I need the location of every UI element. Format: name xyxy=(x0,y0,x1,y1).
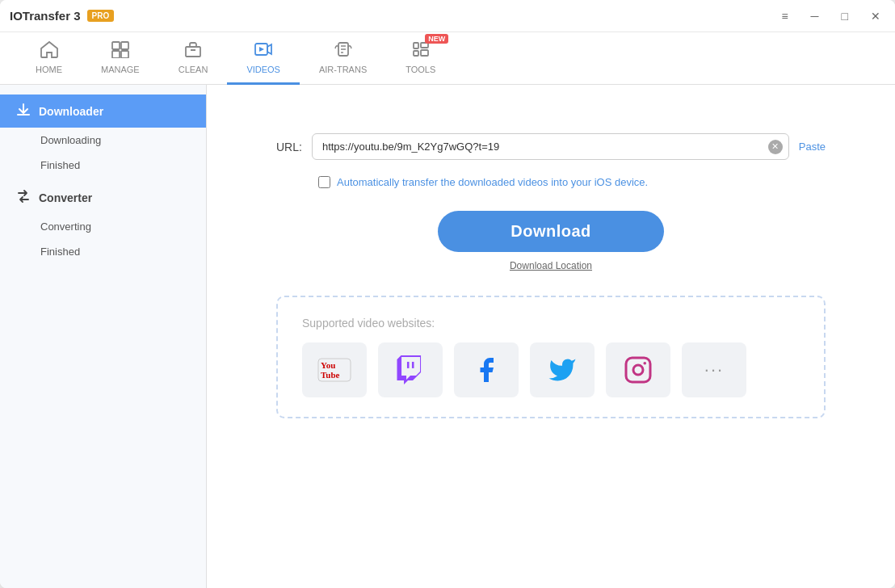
sidebar-item-converting-finished[interactable]: Finished xyxy=(0,239,206,264)
paste-button[interactable]: Paste xyxy=(799,141,826,153)
nav-item-videos[interactable]: VIDEOS xyxy=(227,32,300,85)
svg-marker-7 xyxy=(259,47,264,52)
nav-item-clean[interactable]: CLEAN xyxy=(159,32,228,85)
home-icon xyxy=(40,40,59,61)
url-input-wrap: ✕ xyxy=(312,133,789,160)
maximize-button[interactable]: □ xyxy=(837,8,853,24)
main-content: Downloader Downloading Finished xyxy=(0,85,895,588)
site-icon-youtube[interactable]: You Tube xyxy=(302,342,367,397)
nav-item-manage[interactable]: MANAGE xyxy=(82,32,159,85)
sidebar-item-converter[interactable]: Converter xyxy=(0,181,206,214)
url-label: URL: xyxy=(276,141,302,153)
nav-label-videos: VIDEOS xyxy=(246,65,280,74)
svg-rect-19 xyxy=(626,358,650,382)
content-area: URL: ✕ Paste Automatically transfer the … xyxy=(207,85,895,588)
pro-badge: PRO xyxy=(87,10,115,22)
svg-rect-10 xyxy=(414,51,418,56)
svg-rect-3 xyxy=(121,51,128,58)
minimize-button[interactable]: ─ xyxy=(806,8,824,24)
svg-point-20 xyxy=(633,365,643,375)
window-controls: ≡ ─ □ ✕ xyxy=(776,8,885,24)
site-icons-container: You Tube xyxy=(302,342,800,397)
svg-rect-0 xyxy=(112,42,120,49)
close-button[interactable]: ✕ xyxy=(866,8,885,24)
svg-text:You: You xyxy=(321,360,335,370)
nav-item-tools[interactable]: TOOLS NEW xyxy=(386,32,455,85)
url-clear-button[interactable]: ✕ xyxy=(768,140,783,154)
nav-label-tools: TOOLS xyxy=(405,65,435,74)
air-trans-icon xyxy=(334,40,353,61)
svg-rect-2 xyxy=(112,51,120,58)
sidebar-section-converter: Converter Converting Finished xyxy=(0,181,206,264)
sidebar-item-converting[interactable]: Converting xyxy=(0,214,206,239)
nav-label-manage: MANAGE xyxy=(101,65,140,74)
supported-title: Supported video websites: xyxy=(302,317,800,330)
sidebar: Downloader Downloading Finished xyxy=(0,85,207,588)
svg-rect-4 xyxy=(186,47,200,57)
nav-bar: HOME MANAGE CLEAN xyxy=(0,32,895,85)
title-bar-left: IOTransfer 3 PRO xyxy=(10,9,114,23)
sidebar-item-downloader[interactable]: Downloader xyxy=(0,94,206,128)
svg-rect-17 xyxy=(407,362,410,368)
new-badge: NEW xyxy=(425,34,448,44)
sidebar-downloader-label: Downloader xyxy=(39,105,103,118)
sidebar-section-downloader: Downloader Downloading Finished xyxy=(0,94,206,178)
svg-point-21 xyxy=(643,362,646,365)
converter-icon xyxy=(16,189,31,206)
title-bar: IOTransfer 3 PRO ≡ ─ □ ✕ xyxy=(0,0,895,32)
site-icon-facebook[interactable] xyxy=(454,342,519,397)
download-location-link[interactable]: Download Location xyxy=(510,260,592,271)
svg-rect-9 xyxy=(414,43,418,48)
svg-rect-18 xyxy=(412,362,414,368)
url-input[interactable] xyxy=(312,133,789,160)
manage-icon xyxy=(111,40,130,61)
site-icon-twitter[interactable] xyxy=(530,342,595,397)
sidebar-item-downloading-finished[interactable]: Finished xyxy=(0,153,206,178)
nav-item-air-trans[interactable]: AIR-TRANS xyxy=(300,32,386,85)
sidebar-converter-label: Converter xyxy=(39,191,92,204)
sidebar-item-downloading[interactable]: Downloading xyxy=(0,128,206,153)
svg-rect-12 xyxy=(421,50,428,56)
supported-sites-box: Supported video websites: You Tube xyxy=(276,296,826,418)
downloader-icon xyxy=(16,103,31,120)
checkbox-row: Automatically transfer the downloaded vi… xyxy=(276,176,826,188)
nav-label-air-trans: AIR-TRANS xyxy=(319,65,367,74)
auto-transfer-label[interactable]: Automatically transfer the downloaded vi… xyxy=(337,176,648,188)
site-icon-more[interactable]: ··· xyxy=(682,342,746,397)
app-window: IOTransfer 3 PRO ≡ ─ □ ✕ HOME xyxy=(0,0,895,588)
videos-icon xyxy=(254,40,273,61)
site-icon-twitch[interactable] xyxy=(378,342,443,397)
auto-transfer-checkbox[interactable] xyxy=(318,176,330,188)
menu-button[interactable]: ≡ xyxy=(776,8,792,24)
url-row: URL: ✕ Paste xyxy=(276,133,826,160)
download-button[interactable]: Download xyxy=(438,211,664,252)
clean-icon xyxy=(183,40,203,61)
svg-rect-1 xyxy=(121,42,128,49)
svg-text:Tube: Tube xyxy=(321,370,340,380)
nav-label-home: HOME xyxy=(36,65,62,74)
site-icon-instagram[interactable] xyxy=(606,342,670,397)
nav-item-home[interactable]: HOME xyxy=(16,32,82,85)
nav-label-clean: CLEAN xyxy=(179,65,208,74)
app-name: IOTransfer 3 xyxy=(10,9,81,23)
